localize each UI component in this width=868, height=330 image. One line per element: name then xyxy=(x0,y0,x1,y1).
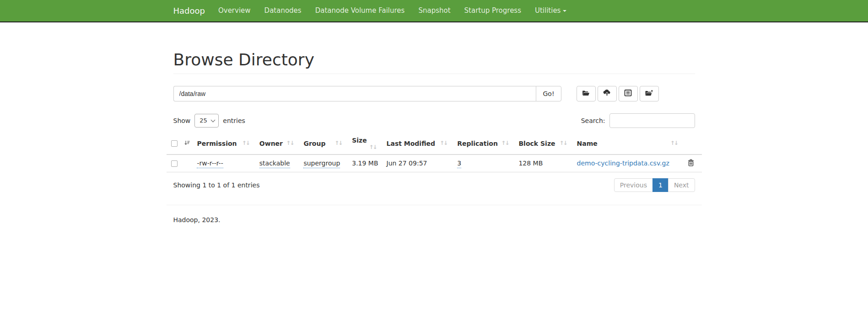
block-size-cell: 128 MB xyxy=(514,154,572,172)
header-replication[interactable]: Replication↑↓ xyxy=(453,133,514,154)
nav-item-snapshot-label: Snapshot xyxy=(418,6,450,15)
entries-info: Showing 1 to 1 of 1 entries xyxy=(173,181,260,189)
path-bar: Go! xyxy=(173,86,695,101)
create-directory-button[interactable] xyxy=(577,86,596,101)
owner-editable[interactable]: stackable xyxy=(259,160,290,168)
group-editable[interactable]: supergroup xyxy=(303,160,340,168)
upload-files-button[interactable] xyxy=(598,86,617,101)
cloud-upload-icon xyxy=(603,90,611,98)
navbar: Hadoop Overview Datanodes Datanode Volum… xyxy=(0,0,868,22)
navbar-inner: Hadoop Overview Datanodes Datanode Volum… xyxy=(167,0,702,21)
search-control: Search: xyxy=(581,113,695,128)
header-replication-label: Replication xyxy=(457,140,498,147)
page-length-control: Show 25 entries xyxy=(173,114,245,128)
pagination-next[interactable]: Next xyxy=(668,178,695,192)
header-size[interactable]: Size↑↓ xyxy=(347,133,382,154)
main-container: Browse Directory Go! xyxy=(167,51,702,242)
navbar-links: Overview Datanodes Datanode Volume Failu… xyxy=(211,0,574,22)
row-checkbox[interactable] xyxy=(171,160,178,167)
select-all-checkbox[interactable] xyxy=(171,140,178,147)
table-footer: Showing 1 to 1 of 1 entries Previous 1 N… xyxy=(173,178,695,192)
header-last-modified[interactable]: Last Modified↑↓ xyxy=(382,133,453,154)
header-block-size-label: Block Size xyxy=(518,140,555,147)
header-group[interactable]: Group↑↓ xyxy=(299,133,347,154)
header-owner[interactable]: Owner↑↓ xyxy=(255,133,299,154)
header-block-size[interactable]: Block Size↑↓ xyxy=(514,133,572,154)
search-input[interactable] xyxy=(609,113,695,128)
go-button[interactable]: Go! xyxy=(536,86,561,101)
group-cell: supergroup xyxy=(299,154,347,172)
header-name-label: Name xyxy=(577,140,598,147)
footer-divider xyxy=(167,205,702,205)
nav-item-snapshot[interactable]: Snapshot xyxy=(411,0,457,22)
nav-item-utilities-label: Utilities xyxy=(535,6,561,15)
header-last-modified-label: Last Modified xyxy=(387,140,436,147)
select-all-header[interactable] xyxy=(167,133,193,154)
caret-down-icon xyxy=(563,10,566,12)
entries-label: entries xyxy=(223,117,245,124)
nav-item-overview-label: Overview xyxy=(218,6,251,15)
actions-cell xyxy=(683,154,702,172)
page-header: Browse Directory xyxy=(173,51,695,74)
permission-editable[interactable]: -rw-r--r-- xyxy=(197,160,223,168)
page-size-select[interactable]: 25 xyxy=(194,114,219,128)
nav-item-overview[interactable]: Overview xyxy=(211,0,258,22)
row-select-cell xyxy=(167,154,193,172)
show-label: Show xyxy=(173,117,191,124)
sort-icon: ↑↓ xyxy=(369,144,376,150)
sort-icon: ↑↓ xyxy=(501,140,508,146)
nav-item-utilities-dropdown[interactable]: Utilities xyxy=(528,0,573,22)
pagination-page-1[interactable]: 1 xyxy=(652,178,669,192)
replication-cell: 3 xyxy=(453,154,514,172)
last-modified-cell: Jun 27 09:57 xyxy=(382,154,453,172)
pagination: Previous 1 Next xyxy=(614,178,695,192)
search-label: Search: xyxy=(581,117,605,124)
sort-icon: ↑↓ xyxy=(286,140,293,146)
nav-item-datanodes[interactable]: Datanodes xyxy=(258,0,308,22)
size-cell: 3.19 MB xyxy=(347,154,382,172)
path-input-group: Go! xyxy=(173,86,561,101)
header-permission[interactable]: Permission↑↓ xyxy=(192,133,254,154)
header-permission-label: Permission xyxy=(197,140,237,147)
nav-item-startup-progress-label: Startup Progress xyxy=(464,6,521,15)
list-alt-icon xyxy=(624,90,632,98)
header-name[interactable]: Name↑↓ xyxy=(572,133,683,154)
navbar-brand[interactable]: Hadoop xyxy=(173,6,205,16)
table-header-row: Permission↑↓ Owner↑↓ Group↑↓ Size↑↓ Last… xyxy=(167,133,702,154)
sort-icon: ↑↓ xyxy=(560,140,567,146)
name-cell: demo-cycling-tripdata.csv.gz xyxy=(572,154,683,172)
nav-item-datanode-volume-failures[interactable]: Datanode Volume Failures xyxy=(308,0,412,22)
replication-editable[interactable]: 3 xyxy=(457,160,461,168)
header-group-label: Group xyxy=(303,140,325,147)
table-row: -rw-r--r-- stackable supergroup 3.19 MB … xyxy=(167,154,702,172)
move-files-button[interactable] xyxy=(640,86,659,101)
directory-path-input[interactable] xyxy=(173,86,536,101)
navbar-brand-label: Hadoop xyxy=(173,6,205,16)
folder-move-icon xyxy=(645,90,653,98)
delete-file-button[interactable] xyxy=(688,159,694,168)
cut-paste-button[interactable] xyxy=(619,86,638,101)
header-owner-label: Owner xyxy=(259,140,283,147)
nav-item-datanode-volume-failures-label: Datanode Volume Failures xyxy=(315,6,405,15)
nav-item-startup-progress[interactable]: Startup Progress xyxy=(458,0,528,22)
site-footer-text: Hadoop, 2023. xyxy=(173,216,695,242)
sort-ascending-icon xyxy=(184,140,190,148)
sort-icon: ↑↓ xyxy=(242,140,249,146)
page-title: Browse Directory xyxy=(173,51,695,69)
pagination-previous[interactable]: Previous xyxy=(614,178,653,192)
file-name-link[interactable]: demo-cycling-tripdata.csv.gz xyxy=(577,160,669,167)
sort-icon: ↑↓ xyxy=(440,140,447,146)
directory-table: Permission↑↓ Owner↑↓ Group↑↓ Size↑↓ Last… xyxy=(167,133,702,172)
header-size-label: Size xyxy=(352,137,367,144)
nav-item-datanodes-label: Datanodes xyxy=(264,6,302,15)
file-action-buttons xyxy=(577,86,659,101)
sort-icon: ↑↓ xyxy=(334,140,342,146)
owner-cell: stackable xyxy=(255,154,299,172)
permission-cell: -rw-r--r-- xyxy=(192,154,254,172)
trash-icon xyxy=(688,161,694,168)
header-actions xyxy=(683,133,702,154)
table-controls: Show 25 entries Search: xyxy=(173,113,695,128)
page-size-select-wrap: 25 xyxy=(194,114,219,128)
folder-open-icon xyxy=(582,90,590,98)
sort-icon: ↑↓ xyxy=(670,140,678,146)
